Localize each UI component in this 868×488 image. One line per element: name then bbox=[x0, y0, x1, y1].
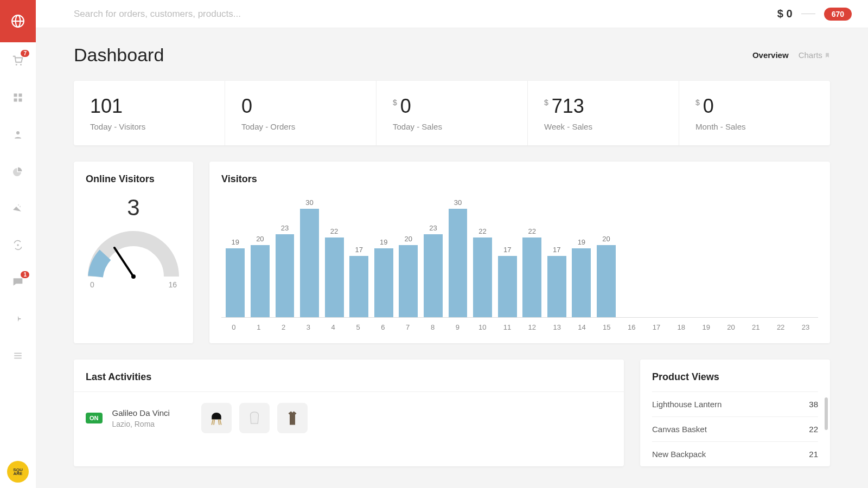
topbar-price: $ 0 bbox=[777, 8, 793, 20]
grid-icon bbox=[13, 93, 23, 102]
bar-13: 17 bbox=[545, 246, 569, 317]
sync-icon bbox=[12, 240, 23, 251]
sidebar-item-pie[interactable] bbox=[0, 153, 36, 190]
activity-row[interactable]: ON Galileo Da Vinci Lazio, Roma bbox=[74, 392, 624, 444]
globe-icon bbox=[11, 14, 25, 28]
online-visitors-card: Online Visitors 3 0 16 bbox=[74, 162, 193, 343]
pv-row[interactable]: Lighthouse Lantern 38 bbox=[652, 391, 818, 416]
bar-0: 19 bbox=[224, 238, 247, 317]
chat-badge: 1 bbox=[21, 271, 29, 278]
bag-icon bbox=[246, 410, 263, 426]
divider bbox=[801, 14, 815, 14]
sidebar-item-chat[interactable]: 1 bbox=[0, 264, 36, 300]
topbar-pill[interactable]: 670 bbox=[824, 8, 852, 21]
sidebar-item-user[interactable] bbox=[0, 116, 36, 153]
gauge-chart bbox=[85, 225, 182, 279]
bar-1: 20 bbox=[248, 235, 272, 317]
activities-title: Last Activities bbox=[74, 359, 624, 392]
svg-point-2 bbox=[16, 64, 17, 66]
cart-badge: 7 bbox=[21, 50, 29, 57]
square-badge[interactable]: SQU ARE bbox=[7, 461, 29, 483]
thumb-bag[interactable] bbox=[239, 403, 270, 433]
bar-9: 30 bbox=[446, 198, 470, 317]
bar-14: 19 bbox=[570, 238, 593, 317]
svg-point-8 bbox=[16, 131, 20, 134]
visitors-title: Visitors bbox=[221, 174, 818, 185]
tab-overview[interactable]: Overview bbox=[752, 50, 789, 60]
activity-name: Galileo Da Vinci bbox=[112, 408, 170, 418]
svg-point-3 bbox=[20, 64, 22, 66]
svg-rect-7 bbox=[19, 99, 22, 102]
topbar: $ 0 670 bbox=[36, 0, 868, 28]
gauge-title: Online Visitors bbox=[86, 174, 155, 185]
chart-x-axis: 01234567891011121314151617181920212223 bbox=[221, 317, 818, 331]
bar-15: 20 bbox=[595, 235, 618, 317]
sidebar-item-grid[interactable] bbox=[0, 79, 36, 116]
visitors-card: Visitors 1920233022171920233022172217192… bbox=[209, 162, 830, 343]
gauge-value: 3 bbox=[127, 195, 139, 221]
bar-11: 17 bbox=[495, 246, 519, 317]
bar-8: 23 bbox=[422, 224, 445, 317]
stat-week-sales[interactable]: $713 Week - Sales bbox=[528, 81, 679, 145]
bar-2: 23 bbox=[273, 224, 297, 317]
thumb-chair[interactable] bbox=[201, 403, 232, 433]
chair-icon bbox=[208, 410, 225, 426]
bar-5: 17 bbox=[347, 246, 371, 317]
pv-row[interactable]: New Backpack 21 bbox=[652, 441, 818, 466]
bar-3: 30 bbox=[298, 198, 322, 317]
bar-12: 22 bbox=[520, 227, 544, 317]
carrot-icon bbox=[13, 203, 23, 213]
pin-icon bbox=[13, 314, 23, 324]
product-views-card: Product Views Lighthouse Lantern 38 Canv… bbox=[640, 359, 830, 466]
bookmark-icon bbox=[825, 52, 830, 59]
product-views-title: Product Views bbox=[640, 359, 830, 391]
bar-4: 22 bbox=[322, 227, 346, 317]
svg-point-10 bbox=[131, 274, 136, 279]
apparel-icon bbox=[284, 410, 301, 426]
brand-logo[interactable] bbox=[0, 0, 36, 42]
activity-thumbnails bbox=[201, 403, 308, 433]
user-icon bbox=[13, 130, 23, 139]
main: $ 0 670 Dashboard Overview Charts 101 To… bbox=[36, 0, 868, 488]
online-badge: ON bbox=[86, 413, 103, 423]
pv-row[interactable]: Canvas Basket 22 bbox=[652, 416, 818, 441]
bar-6: 19 bbox=[372, 238, 395, 317]
stat-today-visitors[interactable]: 101 Today - Visitors bbox=[74, 81, 225, 145]
stat-today-sales[interactable]: $0 Today - Sales bbox=[376, 81, 528, 145]
stat-today-orders[interactable]: 0 Today - Orders bbox=[225, 81, 376, 145]
sidebar-item-menu[interactable] bbox=[0, 337, 36, 374]
last-activities-card: Last Activities ON Galileo Da Vinci Lazi… bbox=[74, 359, 624, 466]
view-tabs: Overview Charts bbox=[752, 50, 830, 60]
svg-point-9 bbox=[17, 244, 18, 246]
page-title: Dashboard bbox=[74, 44, 164, 66]
scrollbar[interactable] bbox=[825, 397, 828, 430]
stats-row: 101 Today - Visitors 0 Today - Orders $0… bbox=[74, 81, 830, 145]
svg-rect-4 bbox=[14, 94, 17, 97]
sidebar-item-tool[interactable] bbox=[0, 190, 36, 227]
activity-location: Lazio, Roma bbox=[112, 420, 170, 428]
sidebar-item-cart[interactable]: 7 bbox=[0, 42, 36, 79]
visitors-bar-chart: 19202330221719202330221722171920 bbox=[221, 192, 818, 317]
stat-month-sales[interactable]: $0 Month - Sales bbox=[679, 81, 830, 145]
sidebar-item-sync[interactable] bbox=[0, 227, 36, 264]
tab-charts[interactable]: Charts bbox=[799, 50, 830, 60]
sidebar-item-pin[interactable] bbox=[0, 300, 36, 337]
search-input[interactable] bbox=[74, 9, 777, 20]
svg-rect-6 bbox=[14, 99, 17, 102]
svg-rect-5 bbox=[19, 94, 22, 97]
chat-icon bbox=[12, 277, 23, 287]
menu-icon bbox=[13, 351, 23, 361]
pie-icon bbox=[13, 166, 23, 176]
thumb-apparel[interactable] bbox=[277, 403, 308, 433]
bar-7: 20 bbox=[397, 235, 420, 317]
bar-10: 22 bbox=[471, 227, 495, 317]
sidebar: 7 1 SQU ARE bbox=[0, 0, 36, 488]
